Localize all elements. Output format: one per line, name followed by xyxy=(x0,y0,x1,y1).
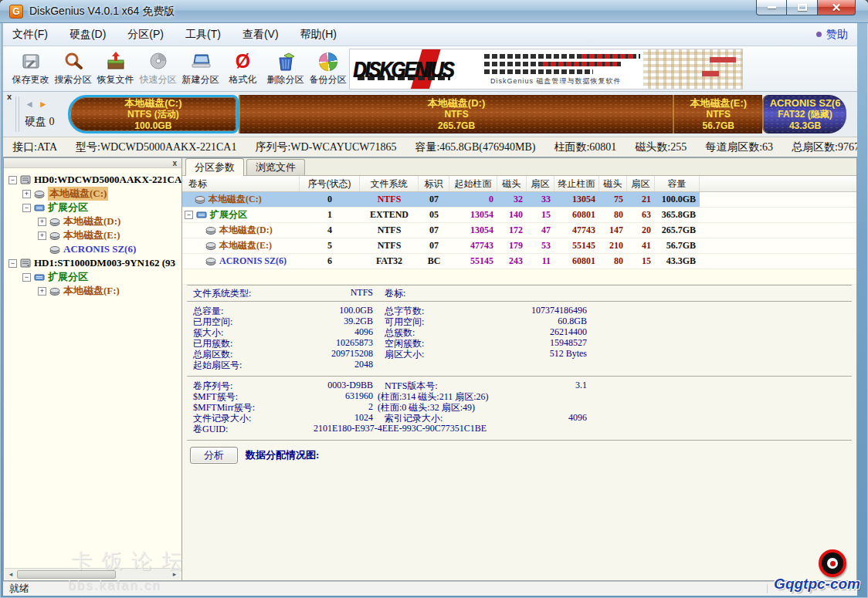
collapse-icon[interactable]: − xyxy=(22,204,31,212)
delete-partition-label: 删除分区 xyxy=(267,73,304,86)
disk-info-line: 接口:ATA 型号:WDCWD5000AAKX-221CA1 序列号:WD-WC… xyxy=(3,137,857,157)
disk-icon xyxy=(205,226,216,235)
extended-partition-icon xyxy=(34,204,45,212)
tree-item-hd1[interactable]: − HD1:ST1000DM003-9YN162 (93 xyxy=(4,256,181,270)
tree-horizontal-scrollbar[interactable]: ◂ ▸ xyxy=(5,568,181,579)
tree-item-disk-e[interactable]: + 本地磁盘(E:) xyxy=(4,228,181,242)
expand-icon[interactable]: + xyxy=(38,287,46,296)
partition-e[interactable]: 本地磁盘(E:) NTFS 56.7GB xyxy=(673,95,762,133)
format-label: 格式化 xyxy=(229,73,257,86)
col-seq-status[interactable]: 序号(状态) xyxy=(300,176,360,191)
delete-partition-button[interactable]: 删除分区 xyxy=(264,48,307,90)
tree-item-disk-f[interactable]: + 本地磁盘(F:) xyxy=(4,284,181,298)
col-end-cylinder[interactable]: 终止柱面 xyxy=(554,176,599,191)
collapse-icon[interactable]: − xyxy=(22,273,31,282)
save-changes-label: 保存更改 xyxy=(12,73,49,86)
col-start-sector[interactable]: 扇区 xyxy=(527,176,554,191)
hdd-index-label: 硬盘 0 xyxy=(25,115,55,129)
table-row-disk-c[interactable]: 本地磁盘(C:) 0 NTFS 07 0 32 33 13054 75 21 1… xyxy=(182,192,856,208)
menu-help[interactable]: 帮助(H) xyxy=(300,28,337,42)
prev-disk-arrow-icon[interactable]: ◄ xyxy=(25,99,34,110)
collapse-icon[interactable]: − xyxy=(8,259,17,268)
tree-item-extended-2[interactable]: − 扩展分区 xyxy=(4,270,181,284)
close-icon: ✕ xyxy=(832,2,842,13)
menu-view[interactable]: 查看(V) xyxy=(242,28,279,42)
volume-guid-value: 2101E180-E937-4EEE-993C-90C77351C1BE xyxy=(228,423,487,436)
tab-partition-params[interactable]: 分区参数 xyxy=(185,158,244,176)
ad-banner-text: DiskGenius 磁盘管理与数据恢复软件 xyxy=(480,49,643,89)
disk-serial: 序列号:WD-WCAYUCW71865 xyxy=(255,140,396,154)
tree-item-disk-d[interactable]: + 本地磁盘(D:) xyxy=(4,215,181,228)
maximize-icon xyxy=(798,4,807,11)
table-row-acronis[interactable]: ACRONIS SZ(6) 6 FAT32 BC 55145 243 11 60… xyxy=(182,254,856,269)
tree-item-disk-c[interactable]: + 本地磁盘(C:) xyxy=(4,187,181,201)
new-partition-button[interactable]: 新建分区 xyxy=(179,48,222,90)
expand-icon[interactable]: + xyxy=(38,231,46,240)
ad-banner-ornament xyxy=(643,49,742,89)
disk-icon xyxy=(49,245,60,254)
menu-sponsor[interactable]: 赞助 xyxy=(816,28,848,42)
collapse-icon[interactable]: − xyxy=(185,211,193,219)
expand-icon[interactable]: + xyxy=(38,218,46,226)
menu-disk[interactable]: 硬盘(D) xyxy=(70,28,106,42)
collapse-icon[interactable]: − xyxy=(8,176,17,184)
disk-band-close-icon[interactable]: x xyxy=(7,93,12,101)
menu-file[interactable]: 文件(F) xyxy=(12,28,48,42)
col-filesystem[interactable]: 文件系统 xyxy=(360,176,419,191)
disk-icon xyxy=(34,190,45,198)
sponsor-label: 赞助 xyxy=(826,28,848,42)
analyze-button[interactable]: 分析 xyxy=(190,447,238,464)
quick-partition-button[interactable]: 快速分区 xyxy=(137,48,179,90)
window-title: DiskGenius V4.0.1 x64 免费版 xyxy=(29,5,175,19)
next-disk-arrow-icon[interactable]: ► xyxy=(39,99,48,110)
menu-tools[interactable]: 工具(T) xyxy=(185,28,221,42)
col-start-head[interactable]: 磁头 xyxy=(497,176,527,191)
new-partition-label: 新建分区 xyxy=(182,73,219,86)
volume-label-value xyxy=(405,287,587,300)
disk-total-sectors: 总扇区数:9767 xyxy=(792,140,857,154)
tab-browse-files[interactable]: 浏览文件 xyxy=(246,159,305,175)
minimize-button[interactable] xyxy=(756,0,787,15)
col-end-head[interactable]: 磁头 xyxy=(599,176,627,191)
col-volume-label[interactable]: 卷标 xyxy=(182,176,300,191)
col-end-sector[interactable]: 扇区 xyxy=(627,176,655,191)
tree-item-acronis[interactable]: + ACRONIS SZ(6) xyxy=(4,242,181,256)
disk-band-gutter: x ◄ ► 硬盘 0 xyxy=(3,92,68,137)
tree-item-extended[interactable]: − 扩展分区 xyxy=(4,201,181,215)
ad-banner[interactable]: DISKGENIUS DiskGenius 磁盘管理与数据恢复软件 xyxy=(349,49,743,90)
partition-d[interactable]: 本地磁盘(D:) NTFS 265.7GB xyxy=(239,95,673,133)
scroll-thumb[interactable] xyxy=(17,570,116,579)
sponsor-dot-icon xyxy=(816,32,822,37)
toolbar: 保存更改 搜索分区 恢复文件 快速分区 xyxy=(3,46,857,92)
table-row-disk-d[interactable]: 本地磁盘(D:) 4 NTFS 07 13054 172 47 47743 14… xyxy=(182,223,856,238)
content-panel: 分区参数 浏览文件 卷标 序号(状态) 文件系统 标识 起始柱面 磁头 扇区 终… xyxy=(182,157,857,581)
new-partition-icon xyxy=(190,51,211,72)
search-partition-button[interactable]: 搜索分区 xyxy=(52,48,94,90)
partition-c[interactable]: 本地磁盘(C:) NTFS (活动) 100.0GB xyxy=(68,95,239,133)
col-capacity[interactable]: 容量 xyxy=(655,176,700,191)
col-id[interactable]: 标识 xyxy=(419,176,449,191)
col-start-cylinder[interactable]: 起始柱面 xyxy=(449,176,497,191)
hdd-icon xyxy=(20,175,31,184)
format-button[interactable]: Ø 格式化 xyxy=(222,48,264,90)
scroll-left-icon[interactable]: ◂ xyxy=(6,570,15,578)
partition-acronis[interactable]: ACRONIS SZ(6 FAT32 (隐藏) 43.3GB xyxy=(762,95,846,133)
quick-partition-icon xyxy=(147,51,168,72)
expand-icon[interactable]: + xyxy=(22,190,31,198)
maximize-button[interactable] xyxy=(787,0,817,15)
table-row-extended[interactable]: − 扩展分区 1 EXTEND 05 13054 140 15 60801 80… xyxy=(182,208,856,223)
save-changes-button[interactable]: 保存更改 xyxy=(9,48,52,90)
scroll-right-icon[interactable]: ▸ xyxy=(170,570,179,578)
status-text: 就绪 xyxy=(9,582,29,596)
disk-interface: 接口:ATA xyxy=(12,140,57,154)
table-row-disk-e[interactable]: 本地磁盘(E:) 5 NTFS 07 47743 179 53 55145 21… xyxy=(182,238,856,254)
close-button[interactable]: ✕ xyxy=(817,0,856,15)
backup-partition-button[interactable]: 备份分区 xyxy=(307,48,349,90)
menu-partition[interactable]: 分区(P) xyxy=(127,28,164,42)
disk-icon xyxy=(49,231,60,240)
disk-heads: 磁头数:255 xyxy=(635,140,687,154)
tree-panel-close-icon[interactable]: x xyxy=(172,159,177,167)
recover-files-button[interactable]: 恢复文件 xyxy=(94,48,137,90)
tree-item-hd0[interactable]: − HD0:WDCWD5000AAKX-221CA1 ( xyxy=(4,173,181,187)
title-bar: G DiskGenius V4.0.1 x64 免费版 ✕ xyxy=(0,0,868,23)
